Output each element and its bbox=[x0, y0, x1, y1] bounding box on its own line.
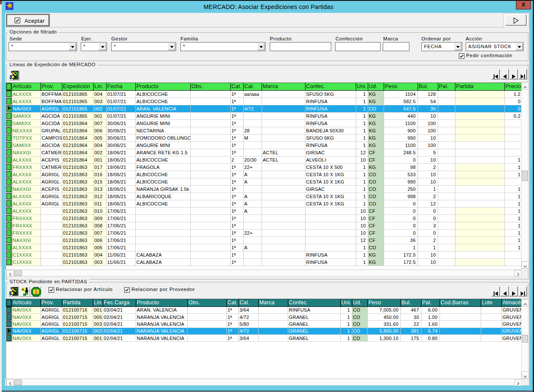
svg-text:S: S bbox=[34, 289, 38, 294]
